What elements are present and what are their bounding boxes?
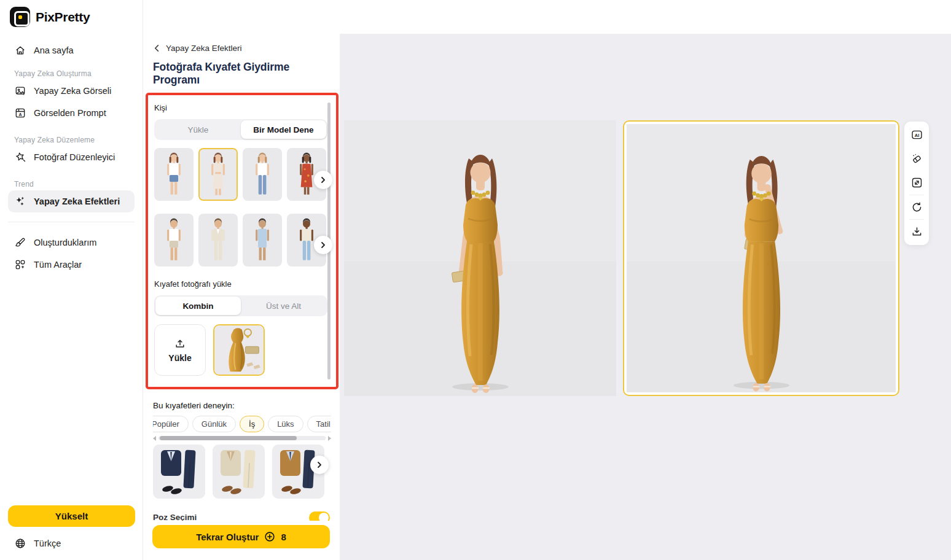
pose-toggle[interactable] (309, 511, 330, 521)
sparkles-icon (14, 195, 26, 208)
garment-upload-row: Yükle (154, 324, 330, 376)
download-icon (910, 225, 923, 238)
sidebar-section-trend: Trend (14, 178, 128, 190)
generate-label: Tekrar Oluştur (196, 532, 259, 542)
tool-panel: Yapay Zeka Efektleri Fotoğrafa Kıyafet G… (143, 0, 340, 560)
sidebar: PixPretty Ana sayfa Yapay Zeka Oluşturma… (0, 0, 143, 560)
sidebar-item-label: Oluşturduklarım (34, 238, 96, 247)
person-source-tabs: YükleBir Model Dene (154, 119, 327, 140)
canvas-topbar (340, 0, 951, 34)
model-row-male (154, 214, 330, 266)
navy-suit-flatlay[interactable] (153, 445, 205, 499)
sidebar-item-home[interactable]: Ana sayfa (8, 39, 135, 61)
sidebar-item-label: Ana sayfa (34, 45, 74, 55)
regenerate-icon (910, 201, 923, 214)
chevron-right-icon (319, 241, 327, 249)
male-model-blue-shirt-shorts[interactable] (243, 214, 282, 266)
suggestions-label: Bu kıyafetleri deneyin: (153, 401, 235, 410)
chevron-left-icon (153, 44, 161, 52)
regenerate-button[interactable] (904, 195, 929, 219)
model-row2-next-button[interactable] (314, 236, 332, 254)
female-model-cream-top-and-skirt[interactable] (198, 148, 238, 201)
scrollbar-thumb[interactable] (160, 436, 297, 440)
cream-suit-flatlay[interactable] (213, 445, 265, 499)
garment-label: Kıyafet fotoğrafı yükle (154, 279, 330, 289)
model-row-female (154, 148, 330, 201)
sidebar-item-label: Tüm Araçlar (34, 260, 82, 270)
sidebar-item-my-creations[interactable]: Oluşturduklarım (8, 231, 135, 254)
image-to-prompt-icon: A (14, 107, 26, 119)
language-selector[interactable]: Türkçe (8, 534, 135, 553)
tab-yükle[interactable]: Yükle (155, 120, 241, 139)
generate-bar: Tekrar Oluştur 8 (143, 524, 340, 560)
globe-icon (14, 537, 26, 550)
category-chips: PopülerGünlükİşLüksTatilÖzel Gün (153, 416, 331, 433)
category-chip-günlük[interactable]: Günlük (192, 416, 236, 432)
sidebar-section-edit: Yapay Zeka Düzenleme (14, 134, 128, 146)
pixpretty-logo-icon (10, 7, 30, 27)
back-button[interactable]: Yapay Zeka Efektleri (153, 44, 242, 53)
sidebar-item-all-tools[interactable]: Tüm Araçlar (8, 254, 135, 276)
tab-kombin[interactable]: Kombin (155, 297, 241, 315)
generate-button[interactable]: Tekrar Oluştur 8 (152, 525, 330, 548)
tab-üst-ve-alt[interactable]: Üst ve Alt (241, 297, 326, 315)
upscale-icon (910, 176, 923, 189)
sidebar-nav: Ana sayfa Yapay Zeka Oluşturma Yapay Zek… (0, 39, 143, 276)
download-button[interactable] (904, 220, 929, 244)
sidebar-item-photo-editor[interactable]: Fotoğraf Düzenleyici (8, 146, 135, 168)
female-model-white-shirt-jeans[interactable] (243, 148, 282, 201)
result-canvas: AI (340, 0, 951, 560)
sidebar-section-create: Yapay Zeka Oluşturma (14, 68, 128, 80)
sidebar-item-label: Yapay Zeka Görseli (34, 86, 111, 96)
svg-text:AI: AI (914, 133, 919, 138)
uploaded-garment-thumbnail[interactable] (213, 324, 265, 376)
outfits-next-button[interactable] (310, 456, 329, 474)
page-title: Fotoğrafa Kıyafet Giydirme Programı (153, 61, 337, 86)
app-title: PixPretty (36, 10, 90, 25)
pose-label: Poz Seçimi (153, 510, 331, 521)
upload-garment-button[interactable]: Yükle (154, 324, 206, 376)
scroll-right-arrow[interactable] (328, 436, 331, 441)
male-model-white-tee-beige-shorts[interactable] (154, 214, 194, 266)
category-chip-popüler[interactable]: Popüler (153, 416, 189, 432)
plus-circle-icon (264, 531, 275, 542)
svg-text:A: A (18, 112, 22, 117)
result-image-left[interactable] (344, 120, 616, 396)
tab-bir-model-dene[interactable]: Bir Model Dene (241, 120, 326, 139)
eraser-button[interactable] (904, 147, 929, 171)
home-icon (14, 44, 26, 56)
sidebar-item-ai-effects[interactable]: Yapay Zeka Efektleri (8, 190, 135, 212)
image-sparkle-icon (14, 85, 26, 97)
upload-label: Yükle (168, 353, 191, 363)
category-chip-lüks[interactable]: Lüks (268, 416, 303, 432)
credits-count: 8 (281, 532, 286, 542)
model-row1-next-button[interactable] (314, 171, 332, 189)
sidebar-item-image-to-prompt[interactable]: A Görselden Prompt (8, 102, 135, 124)
tools-grid-icon (14, 259, 26, 271)
sidebar-item-ai-image[interactable]: Yapay Zeka Görseli (8, 80, 135, 102)
ai-tools-button[interactable]: AI (904, 123, 929, 147)
highlighted-settings-region: Kişi YükleBir Model Dene (146, 93, 339, 389)
sidebar-item-label: Fotoğraf Düzenleyici (34, 152, 115, 162)
image-actions-toolbar: AI (904, 122, 929, 245)
back-label: Yapay Zeka Efektleri (166, 44, 242, 53)
language-label: Türkçe (34, 539, 61, 548)
ai-tools-icon: AI (910, 128, 923, 141)
category-chip-i̇ş[interactable]: İş (240, 416, 264, 432)
upgrade-button[interactable]: Yükselt (8, 505, 135, 527)
sidebar-item-label: Görselden Prompt (34, 108, 106, 118)
result-image-right-selected[interactable] (623, 120, 899, 396)
pixpretty-app: PixPretty Ana sayfa Yapay Zeka Oluşturma… (0, 0, 951, 560)
pose-selection-row: Poz Seçimi (153, 510, 331, 521)
female-model-white-tee-denim-shorts[interactable] (154, 148, 194, 201)
sidebar-item-label: Yapay Zeka Efektleri (34, 196, 120, 206)
app-logo[interactable]: PixPretty (10, 7, 90, 27)
garment-type-tabs: KombinÜst ve Alt (154, 295, 327, 316)
chips-scrollbar[interactable] (153, 435, 331, 441)
male-model-cream-suit[interactable] (198, 214, 238, 266)
chevron-right-icon (316, 461, 323, 469)
upscale-button[interactable] (904, 171, 929, 195)
category-chip-tatil[interactable]: Tatil (307, 416, 331, 432)
chevron-right-icon (319, 176, 327, 184)
scroll-left-arrow[interactable] (153, 436, 156, 441)
